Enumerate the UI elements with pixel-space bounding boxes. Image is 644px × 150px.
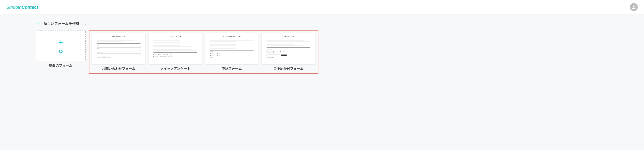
chevron-up-icon: ︿	[83, 22, 86, 26]
user-avatar[interactable]	[630, 3, 638, 11]
template-label: お問い合わせフォーム	[92, 66, 146, 71]
thumb-title: セミナーお申し込みフォーム	[210, 36, 254, 38]
template-label: クイックアンケート	[148, 66, 202, 71]
user-icon	[631, 5, 636, 10]
plus-icon: ＋	[57, 38, 65, 46]
template-label: 申込フォーム	[205, 66, 258, 71]
template-thumb-reservation[interactable]: ご予約受付フォーム ご予約サービス サービスA サービスB サービスC ご希望日…	[262, 33, 315, 64]
create-form-section-header[interactable]: ＋ 新しいフォームを作成 ︿	[36, 20, 608, 30]
logo-text-1: Smooth	[6, 5, 22, 10]
templates-highlighted-box: お問い合わせフォーム 氏名 電話番号 メールアドレス お問い合わせフォーム	[89, 30, 318, 74]
thumb-title: ご予約受付フォーム	[266, 36, 310, 38]
thumb-title: クイックアンケート	[154, 36, 197, 38]
blank-form-wrapper: ＋ 空白のフォーム	[36, 30, 86, 68]
blank-form-label: 空白のフォーム	[36, 64, 86, 68]
template-item-contact: お問い合わせフォーム 氏名 電話番号 メールアドレス お問い合わせフォーム	[92, 33, 146, 71]
section-title-text: 新しいフォームを作成	[44, 21, 79, 26]
template-label: ご予約受付フォーム	[262, 66, 315, 71]
app-logo[interactable]: SmoothContact	[6, 5, 38, 10]
template-cards-row: ＋ 空白のフォーム お問い合わせフォーム 氏名 電話番号 メールアドレス	[36, 30, 608, 74]
template-thumb-survey[interactable]: クイックアンケート Prof サイト 知人	[148, 33, 202, 64]
plus-icon: ＋	[36, 21, 40, 26]
logo-text-2: Contact	[22, 5, 38, 10]
template-thumb-application[interactable]: セミナーお申し込みフォーム ご希望のセミナー セミナー1 セミナー2	[205, 33, 258, 64]
template-thumb-contact[interactable]: お問い合わせフォーム 氏名 電話番号 メールアドレス	[92, 33, 146, 64]
thumb-title: お問い合わせフォーム	[97, 36, 140, 38]
app-header: SmoothContact	[0, 0, 644, 14]
template-item-reservation: ご予約受付フォーム ご予約サービス サービスA サービスB サービスC ご希望日…	[262, 33, 315, 71]
radio-selected-icon	[59, 50, 62, 53]
main-content: ＋ 新しいフォームを作成 ︿ ＋ 空白のフォーム お問い合わせフォーム 氏名	[0, 14, 644, 83]
blank-form-card[interactable]: ＋	[36, 30, 86, 61]
template-item-survey: クイックアンケート Prof サイト 知人	[148, 33, 202, 71]
template-item-application: セミナーお申し込みフォーム ご希望のセミナー セミナー1 セミナー2	[205, 33, 258, 71]
